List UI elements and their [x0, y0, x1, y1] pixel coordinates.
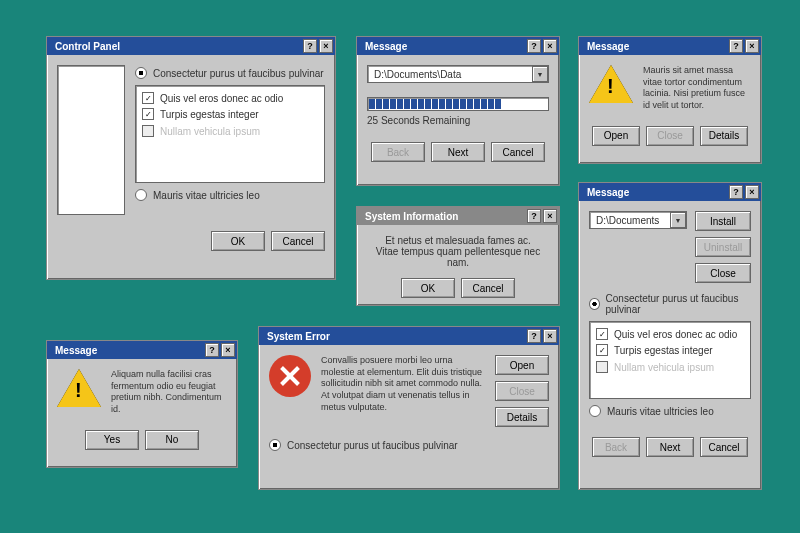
warning-icon: [589, 65, 633, 103]
open-button[interactable]: Open: [495, 355, 549, 375]
cancel-button[interactable]: Cancel: [271, 231, 325, 251]
check-item-3: Nullam vehicula ipsum: [142, 125, 260, 137]
details-button[interactable]: Details: [700, 126, 748, 146]
check-item-1[interactable]: Quis vel eros donec ac odio: [142, 92, 283, 104]
radio-option-1[interactable]: Consectetur purus ut faucibus pulvinar: [135, 67, 324, 79]
install-button[interactable]: Install: [695, 211, 751, 231]
window-progress: Message ? × D:\Documents\Data ▼ 25 Secon…: [356, 36, 560, 186]
message-text: Convallis posuere morbi leo urna molesti…: [321, 355, 485, 413]
title: Control Panel: [55, 41, 120, 52]
title: System Error: [267, 331, 330, 342]
titlebar[interactable]: Message ? ×: [579, 37, 761, 55]
window-control-panel: Control Panel ? × Consectetur purus ut f…: [46, 36, 336, 280]
yes-button[interactable]: Yes: [85, 430, 139, 450]
close-button[interactable]: ×: [543, 329, 557, 343]
back-button: Back: [592, 437, 640, 457]
path-combo[interactable]: D:\Documents ▼: [589, 211, 687, 229]
cancel-button[interactable]: Cancel: [491, 142, 545, 162]
check-item-1[interactable]: Quis vel eros donec ac odio: [596, 328, 737, 340]
window-system-info: System Information ? × Et netus et males…: [356, 206, 560, 306]
next-button[interactable]: Next: [431, 142, 485, 162]
info-line-1: Et netus et malesuada fames ac.: [367, 235, 549, 246]
ok-button[interactable]: OK: [401, 278, 455, 298]
help-button[interactable]: ?: [527, 329, 541, 343]
radio-option-2[interactable]: Mauris vitae ultricies leo: [135, 189, 260, 201]
path-combo[interactable]: D:\Documents\Data ▼: [367, 65, 549, 83]
close-button[interactable]: ×: [543, 39, 557, 53]
help-button[interactable]: ?: [527, 39, 541, 53]
uninstall-button: Uninstall: [695, 237, 751, 257]
open-button[interactable]: Open: [592, 126, 640, 146]
next-button[interactable]: Next: [646, 437, 694, 457]
titlebar[interactable]: System Error ? ×: [259, 327, 559, 345]
error-icon: [269, 355, 311, 397]
combo-arrow[interactable]: ▼: [670, 212, 686, 228]
cancel-button[interactable]: Cancel: [700, 437, 748, 457]
titlebar[interactable]: Message ? ×: [47, 341, 237, 359]
message-text: Mauris sit amet massa vitae tortor condi…: [643, 65, 751, 112]
status-text: 25 Seconds Remaining: [367, 115, 549, 126]
close-button[interactable]: ×: [745, 185, 759, 199]
close-button-action[interactable]: Close: [695, 263, 751, 283]
message-text: Aliquam nulla facilisi cras fermentum od…: [111, 369, 227, 416]
title: Message: [365, 41, 407, 52]
close-button[interactable]: ×: [745, 39, 759, 53]
close-button[interactable]: ×: [319, 39, 333, 53]
check-item-2[interactable]: Turpis egestas integer: [142, 108, 259, 120]
help-button[interactable]: ?: [729, 185, 743, 199]
close-button-action: Close: [646, 126, 694, 146]
titlebar[interactable]: System Information ? ×: [357, 207, 559, 225]
cancel-button[interactable]: Cancel: [461, 278, 515, 298]
warning-icon: [57, 369, 101, 407]
title: Message: [587, 187, 629, 198]
combo-arrow[interactable]: ▼: [532, 66, 548, 82]
title: Message: [587, 41, 629, 52]
options-listbox[interactable]: Quis vel eros donec ac odio Turpis egest…: [589, 321, 751, 399]
check-item-2[interactable]: Turpis egestas integer: [596, 344, 713, 356]
close-button-action: Close: [495, 381, 549, 401]
radio-option-1[interactable]: Consectetur purus ut faucibus pulvinar: [589, 293, 751, 315]
options-listbox[interactable]: Quis vel eros donec ac odio Turpis egest…: [135, 85, 325, 183]
no-button[interactable]: No: [145, 430, 199, 450]
ok-button[interactable]: OK: [211, 231, 265, 251]
info-line-2: Vitae tempus quam pellentesque nec nam.: [367, 246, 549, 268]
details-button[interactable]: Details: [495, 407, 549, 427]
radio-option[interactable]: Consectetur purus ut faucibus pulvinar: [269, 439, 458, 451]
close-button[interactable]: ×: [221, 343, 235, 357]
progress-bar: [367, 97, 549, 111]
radio-option-2[interactable]: Mauris vitae ultricies leo: [589, 405, 714, 417]
titlebar[interactable]: Message ? ×: [357, 37, 559, 55]
titlebar[interactable]: Control Panel ? ×: [47, 37, 335, 55]
title: System Information: [365, 211, 458, 222]
help-button[interactable]: ?: [205, 343, 219, 357]
preview-pane: [57, 65, 125, 215]
window-install: Message ? × D:\Documents ▼ Install Unins…: [578, 182, 762, 490]
help-button[interactable]: ?: [729, 39, 743, 53]
window-system-error: System Error ? × Convallis posuere morbi…: [258, 326, 560, 490]
help-button[interactable]: ?: [527, 209, 541, 223]
help-button[interactable]: ?: [303, 39, 317, 53]
window-warning-details: Message ? × Mauris sit amet massa vitae …: [578, 36, 762, 164]
title: Message: [55, 345, 97, 356]
back-button: Back: [371, 142, 425, 162]
close-button[interactable]: ×: [543, 209, 557, 223]
check-item-3: Nullam vehicula ipsum: [596, 361, 714, 373]
titlebar[interactable]: Message ? ×: [579, 183, 761, 201]
body: Consectetur purus ut faucibus pulvinar Q…: [47, 55, 335, 261]
window-warning-yesno: Message ? × Aliquam nulla facilisi cras …: [46, 340, 238, 468]
